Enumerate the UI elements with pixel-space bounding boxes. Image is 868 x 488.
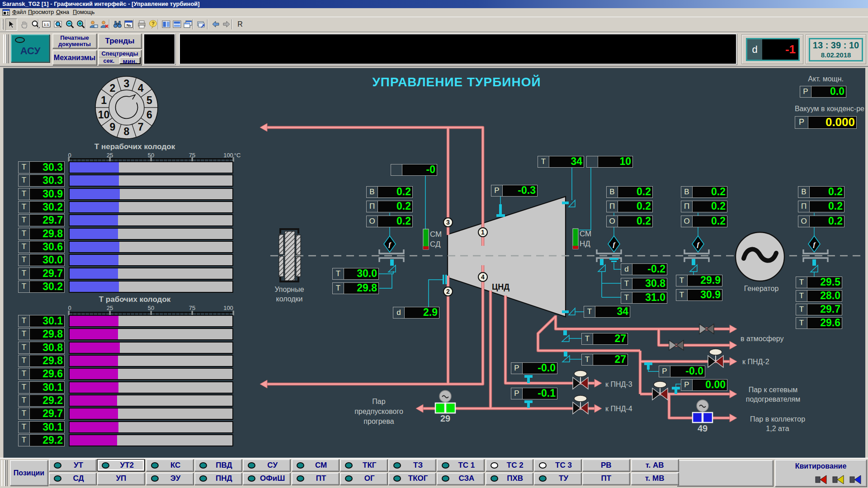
menu-file[interactable]: Файл <box>11 9 28 16</box>
header-grip[interactable] <box>3 34 7 63</box>
meter-value: 27 <box>593 333 627 344</box>
mechanisms-button[interactable]: Механизмы <box>52 50 97 65</box>
trends-button[interactable]: Тренды <box>98 33 142 48</box>
teal-indicator-icon <box>539 475 547 482</box>
panel-button-эу[interactable]: ЭУ <box>146 473 193 485</box>
meter-g1-o: О0.2 <box>366 216 413 227</box>
meter-g4-v: В0.2 <box>798 186 844 198</box>
meter-value: 30.8 <box>632 278 667 289</box>
panel-button-тз[interactable]: ТЗ <box>388 459 436 471</box>
meter-tag: Т <box>796 304 807 315</box>
binoculars-icon[interactable] <box>112 19 123 31</box>
nav-back-icon[interactable] <box>210 19 222 31</box>
panel-button-пхв[interactable]: ПХВ <box>486 473 533 485</box>
refresh-r-button[interactable]: R <box>234 19 246 31</box>
panel-button-пвд[interactable]: ПВД <box>194 459 242 471</box>
meter-tag: В <box>681 187 693 197</box>
split-horizontal-icon[interactable] <box>171 19 183 31</box>
spectrends-sec-button[interactable]: сек. <box>99 57 119 64</box>
meter-t30-8: Т30.8 <box>621 278 667 290</box>
asu-button[interactable]: АСУ <box>11 34 50 62</box>
panel-button-ог[interactable]: ОГ <box>340 473 387 485</box>
clock-time: 13 : 39 : 10 <box>810 39 862 51</box>
spectrends-min-button[interactable]: мин. <box>119 57 141 64</box>
bar-row <box>69 328 233 340</box>
panel-button-ту[interactable]: ТУ <box>534 473 581 485</box>
yellow-horn-icon[interactable] <box>831 474 845 487</box>
panel-button-тс-3[interactable]: ТС 3 <box>534 459 581 471</box>
panel-button-тс-1[interactable]: ТС 1 <box>437 459 484 471</box>
panel-button-офиш[interactable]: ОФиШ <box>243 473 290 485</box>
panel-button-ут[interactable]: УТ <box>49 459 96 471</box>
panel-button-тс-2[interactable]: ТС 2 <box>486 459 533 471</box>
zoom-select-icon[interactable] <box>52 19 64 31</box>
bar-fill <box>70 422 118 432</box>
magnifier-icon[interactable] <box>30 19 42 31</box>
panel-button-сд[interactable]: СД <box>49 473 96 485</box>
blue-horn-icon[interactable] <box>849 474 862 487</box>
meter-tag: Т <box>796 291 807 301</box>
meter-value: 0.00 <box>693 380 727 390</box>
app-icon[interactable] <box>2 9 10 16</box>
menu-view[interactable]: Просмотр <box>27 9 55 16</box>
chart-title: Т рабочих колодок <box>67 295 203 304</box>
upor-label: Упорныеколодки <box>261 285 317 304</box>
channel-meter: Т29.8 <box>18 328 65 340</box>
panel-button-пт[interactable]: ПТ <box>582 473 630 485</box>
printer-icon[interactable] <box>136 19 148 31</box>
menu-help[interactable]: Помощь <box>71 9 96 16</box>
panel-button-сза[interactable]: СЗА <box>437 473 484 485</box>
panel-button-т-ав[interactable]: т. АВ <box>631 459 679 471</box>
panel-button-см[interactable]: СМ <box>292 459 339 471</box>
valve49-label: 49 <box>693 423 712 434</box>
bottom-grip[interactable] <box>1 460 6 486</box>
meter-value: 0.2 <box>810 187 844 197</box>
panel-button-ут2[interactable]: УТ2 <box>97 459 145 471</box>
axis-tick-label: 75 <box>189 305 195 311</box>
panel-button-кс[interactable]: КС <box>146 459 193 471</box>
channel-meter: Т30.9 <box>18 188 65 200</box>
split-vertical-icon[interactable] <box>160 19 172 31</box>
panel-button-рв[interactable]: РВ <box>582 459 630 471</box>
zoom-out-icon[interactable] <box>64 19 76 31</box>
printed-documents-button[interactable]: Печатные документы <box>52 33 97 48</box>
par-pred-label: Парпредпусковогопрогрева <box>343 397 415 427</box>
meter-tag: Т <box>19 315 30 327</box>
channel-meter: Т30.2 <box>18 281 65 293</box>
red-horn-icon[interactable] <box>814 474 828 487</box>
toolbar-grip[interactable] <box>2 19 4 30</box>
user-edit-icon[interactable] <box>88 19 99 31</box>
panel-button-пнд[interactable]: ПНД <box>194 473 242 485</box>
meter-tag: О <box>367 216 378 227</box>
bar-fill <box>70 395 117 406</box>
bar-row <box>69 214 233 226</box>
cnd-label: ЦНД <box>492 282 519 292</box>
meter-tag: Р <box>511 363 523 374</box>
teal-indicator-icon <box>345 462 353 469</box>
one-to-one-icon[interactable]: 1:1 <box>41 19 52 31</box>
channel-meter: Т30.3 <box>18 174 65 187</box>
meter-tag: Т <box>19 188 30 200</box>
panel-button-су[interactable]: СУ <box>243 459 290 471</box>
meter-tag: Т <box>19 355 30 366</box>
sm-sd-label: СМСД <box>430 230 448 249</box>
channel-meter: Т29.8 <box>18 228 65 240</box>
bar-fill <box>70 242 119 252</box>
nav-forward-icon[interactable] <box>221 19 232 31</box>
filter-icon[interactable] <box>195 19 207 31</box>
panel-button-т-мв[interactable]: т. МВ <box>631 473 679 485</box>
panel-button-тког[interactable]: ТКОГ <box>388 473 436 485</box>
axis-tick-label: 25 <box>107 152 113 159</box>
panel-button-пт[interactable]: ПТ <box>292 473 339 485</box>
toolbar-separator <box>158 19 159 29</box>
meter-tag: Т <box>19 422 30 433</box>
pointer-icon[interactable] <box>5 19 17 31</box>
positions-button[interactable]: Позиции <box>10 460 48 486</box>
panel-button-уп[interactable]: УП <box>97 473 145 485</box>
alarm-display-small <box>143 33 175 65</box>
alarm-display-main <box>179 33 737 65</box>
panel-button-ткг[interactable]: ТКГ <box>340 459 387 471</box>
menu-windows[interactable]: Окна <box>55 9 71 16</box>
hand-icon[interactable] <box>18 19 30 31</box>
meter-value: 30.2 <box>30 281 64 292</box>
